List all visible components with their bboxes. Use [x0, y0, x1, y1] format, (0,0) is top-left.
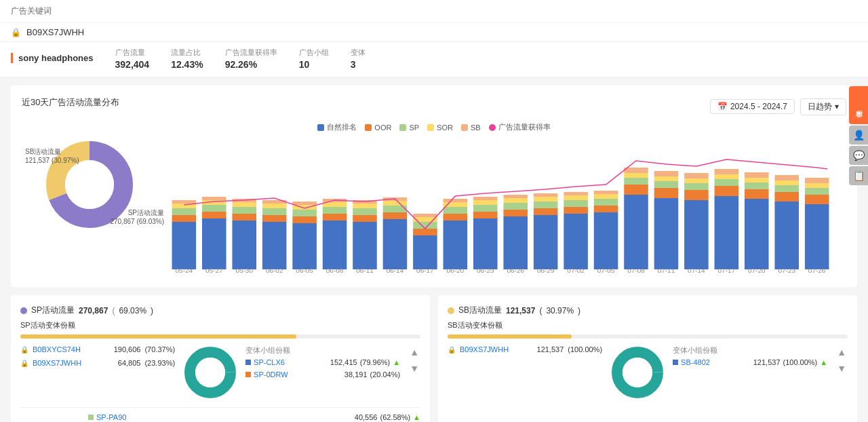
sb-panel-title: SB活动变体份额	[448, 320, 848, 330]
donut-sb-label: SB活动流量 121,537 (30.97%)	[25, 147, 79, 164]
stats-row: 广告流量 392,404 流量占比 12.43% 广告流量获得率 92.26% …	[115, 47, 366, 70]
chart-area: SB活动流量 121,537 (30.97%) SP活动流量 270,867 (…	[22, 140, 846, 276]
sp-variant-pct-2: (62.58%)	[380, 413, 410, 421]
svg-rect-41	[383, 201, 408, 206]
sb-variant-dot-0	[673, 360, 678, 365]
sb-asin-list: 🔒 B09XS7JWHH 121,537 (100.00%)	[448, 345, 602, 359]
legend-dot-ad-rate	[489, 124, 496, 131]
sp-variant-0: SP-CLX6 152,415 (79.96%) ▲	[245, 358, 400, 366]
svg-rect-74	[594, 206, 618, 212]
sp-variant-name-1[interactable]: SP-0DRW	[254, 370, 288, 379]
donut-sp-label: SP活动流量 270,867 (69.03%)	[110, 208, 164, 225]
svg-rect-79	[624, 185, 648, 195]
sp-variant-dot-0	[245, 360, 251, 365]
legend-label-2: SP	[409, 123, 419, 132]
svg-rect-43	[413, 235, 437, 269]
donut-chart: SB活动流量 121,537 (30.97%) SP活动流量 270,867 (…	[22, 140, 157, 229]
sp-variant-label: 变体小组份额	[245, 345, 400, 356]
svg-rect-77	[594, 191, 618, 194]
sp-asin-list: 🔒 B0BXYCS74H 190,606 (70.37%) 🔒 B09XS7JW…	[20, 345, 175, 372]
svg-rect-27	[292, 202, 317, 205]
sp-asin-name-0[interactable]: B0BXYCS74H	[33, 345, 81, 353]
svg-rect-5	[172, 208, 197, 215]
svg-text:06-14: 06-14	[387, 267, 404, 273]
sp-variant-1: SP-0DRW 38,191 (20.04%)	[245, 370, 400, 379]
sb-scroll-down[interactable]: ▼	[835, 362, 848, 375]
svg-rect-68	[564, 214, 588, 269]
svg-rect-102	[745, 172, 769, 178]
sidebar-btn-1[interactable]: 👤	[849, 126, 868, 145]
svg-rect-65	[534, 202, 558, 208]
sb-asin-name-0[interactable]: B09XS7JWHH	[460, 345, 509, 353]
svg-rect-14	[232, 214, 256, 220]
sp-variant-name-0[interactable]: SP-CLX6	[254, 358, 285, 366]
sidebar-btn-0[interactable]: 智积本	[849, 86, 868, 124]
sp-label: SP活动流量	[31, 305, 75, 316]
svg-rect-66	[534, 197, 558, 202]
sb-variant-name-0[interactable]: SB-4802	[681, 358, 710, 366]
svg-rect-59	[503, 210, 528, 216]
sp-asin-item-1: 🔒 B09XS7JWHH 64,805 (23.93%)	[20, 359, 175, 367]
chart-legend: 自然排名 OOR SP SOR SB	[22, 122, 846, 132]
stat-value-3: 10	[299, 59, 329, 70]
svg-rect-97	[715, 169, 739, 174]
svg-rect-36	[353, 204, 377, 208]
legend-sp: SP	[399, 123, 419, 132]
svg-rect-57	[473, 197, 498, 200]
svg-text:06-26: 06-26	[507, 267, 524, 273]
sb-variant-pct-0: (100.00%)	[783, 358, 818, 366]
view-mode-btn[interactable]: 日趋势 ▾	[800, 98, 846, 115]
chart-section: 近30天广告活动流量分布 📅 2024.5 - 2024.7 日趋势 ▾ 自	[11, 85, 857, 287]
date-range-btn[interactable]: 📅 2024.5 - 2024.7	[710, 99, 795, 114]
sp-asin-item-0: 🔒 B0BXYCS74H 190,606 (70.37%)	[20, 345, 175, 353]
legend-sor: SOR	[427, 123, 453, 132]
svg-rect-4	[172, 215, 197, 222]
svg-rect-78	[624, 195, 648, 269]
stat-value-0: 392,404	[115, 59, 150, 70]
svg-rect-9	[202, 212, 226, 218]
legend-natural: 自然排名	[317, 122, 357, 132]
svg-rect-50	[443, 207, 468, 214]
svg-rect-29	[323, 214, 347, 220]
sp-variant-val-0: 152,415	[330, 358, 357, 366]
svg-rect-85	[654, 181, 679, 188]
bar-chart: 05-24 05-27 05-30 06-02 06-05 06-08 06-1…	[168, 140, 846, 276]
chart-title: 近30天广告活动流量分布	[22, 96, 119, 109]
sp-scroll-down[interactable]: ▼	[408, 362, 420, 375]
sidebar-btn-2[interactable]: 💬	[849, 146, 868, 165]
sb-asin-val-0: 121,537	[537, 345, 564, 353]
sidebar-btn-3[interactable]: 📋	[849, 166, 868, 185]
svg-text:06-02: 06-02	[266, 267, 283, 273]
sp-scroll-up[interactable]: ▲	[408, 345, 420, 359]
asin-value: B09XS7JWHH	[26, 27, 84, 37]
svg-rect-15	[232, 207, 256, 214]
up-arrow-2: ▲	[413, 413, 420, 421]
section-label: 广告关键词	[11, 6, 52, 16]
stat-ad-traffic: 广告流量 392,404	[115, 47, 150, 70]
sp-variant-list: 变体小组份额 SP-CLX6 152,415 (79.96%) ▲ SP-0DR…	[245, 345, 400, 383]
sp-asin-val-1: 64,805	[118, 359, 141, 367]
sp-asin-name-1[interactable]: B09XS7JWHH	[33, 359, 81, 367]
sb-dot	[448, 307, 454, 314]
sp-variant-val-1: 38,191	[344, 370, 368, 379]
svg-rect-80	[624, 178, 648, 185]
svg-rect-35	[353, 208, 377, 215]
sb-scroll-up[interactable]: ▲	[835, 345, 848, 359]
svg-rect-28	[323, 220, 347, 269]
legend-oor: OOR	[365, 123, 391, 132]
svg-rect-73	[594, 212, 618, 269]
svg-rect-107	[774, 175, 799, 180]
svg-rect-23	[292, 223, 317, 269]
svg-rect-91	[684, 178, 709, 183]
svg-text:07-02: 07-02	[567, 267, 585, 273]
svg-rect-25	[292, 210, 317, 216]
svg-rect-112	[805, 178, 829, 183]
stat-label-0: 广告流量	[115, 47, 150, 58]
svg-text:06-17: 06-17	[416, 267, 434, 273]
svg-rect-61	[503, 198, 528, 203]
calendar-icon: 📅	[717, 102, 728, 111]
svg-rect-90	[684, 183, 709, 190]
sp-variant-name-2[interactable]: SP-PA90	[96, 413, 126, 421]
stat-value-4: 3	[351, 59, 366, 70]
sb-panel: SB活动流量 121,537 (30.97%) SB活动变体份额 🔒 B09XS…	[438, 295, 857, 422]
